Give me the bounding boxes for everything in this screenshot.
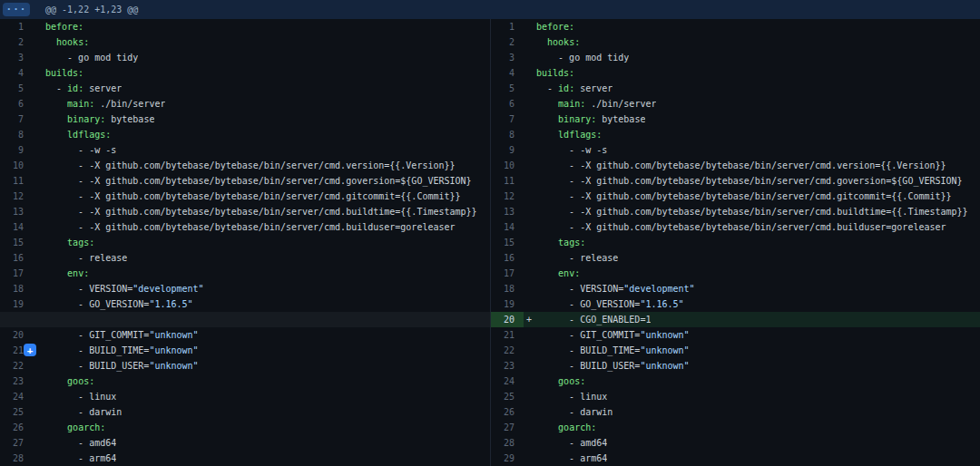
- diff-row: 10 - -X github.com/bytebase/bytebase/bin…: [491, 158, 980, 173]
- line-number[interactable]: 18: [491, 281, 524, 296]
- line-number[interactable]: 15: [0, 235, 33, 250]
- line-number[interactable]: 19: [0, 296, 33, 312]
- line-number[interactable]: 22: [0, 358, 33, 374]
- line-number[interactable]: 16: [491, 250, 524, 266]
- code-line: - VERSION="development": [536, 281, 695, 296]
- line-number[interactable]: 27: [491, 420, 524, 435]
- code-line: before:: [536, 19, 574, 34]
- line-number[interactable]: 26: [491, 404, 524, 420]
- line-number[interactable]: 12: [491, 189, 524, 204]
- line-number[interactable]: 3: [491, 50, 524, 65]
- line-number[interactable]: 27: [0, 435, 33, 451]
- line-number[interactable]: 16: [0, 250, 33, 266]
- code-segment-key: tags:: [67, 238, 94, 248]
- code-segment-plain: - -X github.com/bytebase/bytebase/bin/se…: [45, 191, 461, 201]
- line-number[interactable]: 21: [491, 327, 524, 343]
- code-segment-plain: - -w -s: [45, 145, 116, 155]
- line-number[interactable]: 18: [0, 281, 33, 296]
- line-number[interactable]: 24: [0, 389, 33, 404]
- line-number[interactable]: 17: [491, 266, 524, 281]
- line-number[interactable]: 6: [0, 96, 33, 112]
- line-number[interactable]: 5: [491, 81, 524, 96]
- line-number[interactable]: 28: [0, 451, 33, 466]
- diff-row: 2 hooks:: [0, 34, 490, 50]
- diff-marker: [33, 358, 45, 374]
- code-line: - id: server: [45, 81, 122, 96]
- line-number[interactable]: 20: [0, 327, 33, 343]
- line-number[interactable]: 17: [0, 266, 33, 281]
- add-comment-button[interactable]: +: [24, 344, 36, 356]
- line-number[interactable]: 9: [491, 142, 524, 158]
- diff-row: 27 goarch:: [491, 420, 980, 435]
- diff-row: 20 - GIT_COMMIT="unknown": [0, 327, 490, 343]
- diff-marker: [524, 204, 536, 219]
- code-line: - -X github.com/bytebase/bytebase/bin/se…: [536, 219, 946, 235]
- diff-marker: [524, 50, 536, 65]
- line-number[interactable]: 25: [0, 404, 33, 420]
- line-number[interactable]: 4: [0, 65, 33, 81]
- line-number[interactable]: 8: [0, 127, 33, 142]
- line-number[interactable]: 11: [491, 173, 524, 189]
- line-number[interactable]: 8: [491, 127, 524, 142]
- old-code-pane: 1before:2 hooks:3 - go mod tidy4builds:5…: [0, 19, 490, 466]
- line-number[interactable]: 26: [0, 420, 33, 435]
- line-number[interactable]: 6: [491, 96, 524, 112]
- line-number[interactable]: 3: [0, 50, 33, 65]
- line-number[interactable]: 10: [0, 158, 33, 173]
- line-number[interactable]: 1: [491, 19, 524, 34]
- line-number[interactable]: 25: [491, 389, 524, 404]
- line-number[interactable]: 10: [491, 158, 524, 173]
- line-number[interactable]: 14: [491, 219, 524, 235]
- diff-row: 2 hooks:: [491, 34, 980, 50]
- line-number[interactable]: 29: [491, 451, 524, 466]
- diff-row: 5 - id: server: [0, 81, 490, 96]
- diff-row: 23 goos:: [0, 374, 490, 389]
- line-number[interactable]: 13: [491, 204, 524, 219]
- line-number[interactable]: 2: [491, 34, 524, 50]
- diff-row: 23 - BUILD_USER="unknown": [491, 358, 980, 374]
- diff-marker: [524, 420, 536, 435]
- line-number[interactable]: 7: [491, 112, 524, 127]
- code-line: - GIT_COMMIT="unknown": [536, 327, 690, 343]
- line-number[interactable]: 5: [0, 81, 33, 96]
- diff-row: 13 - -X github.com/bytebase/bytebase/bin…: [0, 204, 490, 219]
- code-line: - GIT_COMMIT="unknown": [45, 327, 199, 343]
- code-segment-plain: [45, 99, 67, 109]
- code-segment-key: id:: [67, 83, 83, 93]
- line-number[interactable]: 1: [0, 19, 33, 34]
- line-number[interactable]: 7: [0, 112, 33, 127]
- diff-row: 9 - -w -s: [491, 142, 980, 158]
- diff-marker: [33, 34, 45, 50]
- code-segment-key: ldflags:: [558, 130, 602, 140]
- code-segment-plain: server: [574, 83, 612, 93]
- line-number[interactable]: 24: [491, 374, 524, 389]
- diff-row: 17 env:: [0, 266, 490, 281]
- code-segment-plain: - go mod tidy: [45, 53, 138, 63]
- line-number[interactable]: 11: [0, 173, 33, 189]
- line-number[interactable]: 28: [491, 435, 524, 451]
- code-line: - BUILD_TIME="unknown": [45, 343, 199, 358]
- line-number[interactable]: 23: [491, 358, 524, 374]
- code-line: tags:: [536, 235, 585, 250]
- line-number[interactable]: 4: [491, 65, 524, 81]
- diff-marker: [33, 173, 45, 189]
- line-number[interactable]: 14: [0, 219, 33, 235]
- code-segment-plain: [45, 114, 67, 124]
- line-number[interactable]: 15: [491, 235, 524, 250]
- code-line: - BUILD_USER="unknown": [45, 358, 199, 374]
- code-segment-plain: - -X github.com/bytebase/bytebase/bin/se…: [536, 222, 946, 232]
- diff-row: 5 - id: server: [491, 81, 980, 96]
- expand-diff-button[interactable]: ···: [3, 3, 30, 16]
- diff-row: 26 goarch:: [0, 420, 490, 435]
- line-number[interactable]: 12: [0, 189, 33, 204]
- line-number[interactable]: 19: [491, 296, 524, 312]
- line-number[interactable]: 9: [0, 142, 33, 158]
- line-number[interactable]: 23: [0, 374, 33, 389]
- line-number[interactable]: 13: [0, 204, 33, 219]
- line-number[interactable]: 20: [491, 312, 524, 327]
- diff-row: 21 - BUILD_TIME="unknown"+: [0, 343, 490, 358]
- line-number[interactable]: 22: [491, 343, 524, 358]
- code-segment-plain: - -X github.com/bytebase/bytebase/bin/se…: [45, 176, 472, 186]
- diff-row: 25 - linux: [491, 389, 980, 404]
- line-number[interactable]: 2: [0, 34, 33, 50]
